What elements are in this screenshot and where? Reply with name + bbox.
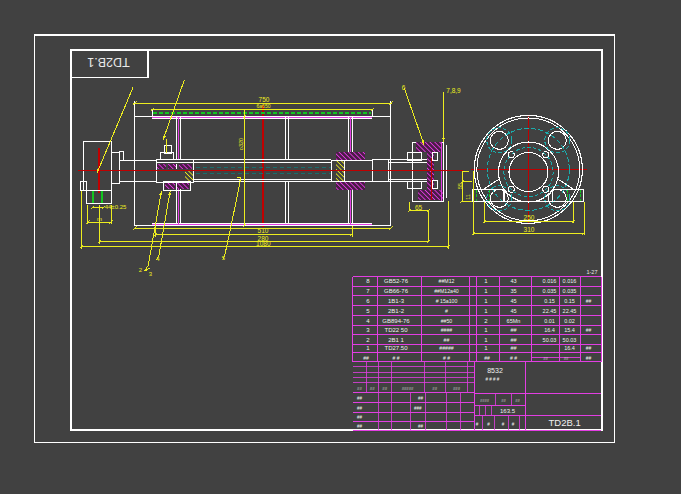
svg-text:1B1-3: 1B1-3	[388, 298, 405, 304]
svg-text:##: ##	[418, 424, 424, 429]
svg-text:##: ##	[586, 327, 592, 333]
svg-text:# #: # #	[443, 355, 450, 361]
svg-text:##: ##	[501, 398, 506, 403]
svg-text:7,8,9: 7,8,9	[446, 87, 461, 94]
svg-text:43: 43	[510, 278, 516, 284]
svg-text:##: ##	[510, 327, 517, 333]
svg-text:22.45: 22.45	[543, 308, 557, 314]
svg-text:####: ####	[441, 327, 453, 333]
svg-text:m: m	[97, 216, 102, 222]
svg-text:510: 510	[258, 227, 269, 234]
svg-text:##M12: ##M12	[439, 278, 455, 284]
svg-text:65Mn: 65Mn	[507, 318, 521, 324]
svg-text:750: 750	[259, 96, 270, 103]
svg-text:65: 65	[415, 204, 423, 211]
svg-text:0.02: 0.02	[564, 318, 575, 324]
svg-text:##: ##	[382, 386, 387, 391]
svg-text:TD2B.1: TD2B.1	[87, 55, 129, 69]
svg-text:##50: ##50	[441, 318, 453, 324]
svg-text:0.15: 0.15	[544, 298, 555, 304]
svg-text:45: 45	[510, 298, 516, 304]
svg-text:45: 45	[510, 308, 516, 314]
svg-text:1-27: 1-27	[586, 269, 597, 275]
svg-text:6: 6	[402, 84, 406, 91]
svg-text:8532: 8532	[487, 367, 503, 374]
svg-text:##: ##	[418, 396, 424, 401]
svg-text:##: ##	[432, 386, 437, 391]
svg-text:GB52-76: GB52-76	[384, 278, 409, 284]
svg-text:15.4: 15.4	[564, 327, 575, 333]
svg-text:###: ###	[414, 406, 422, 411]
svg-text:# 15a100: # 15a100	[436, 298, 458, 304]
svg-text:0.035: 0.035	[563, 288, 577, 294]
svg-text:##: ##	[484, 355, 490, 361]
svg-text:GB66-76: GB66-76	[384, 288, 409, 294]
svg-text:50.03: 50.03	[543, 337, 557, 343]
svg-text:##: ##	[586, 298, 592, 304]
svg-text:1080: 1080	[256, 240, 271, 247]
svg-text:TD27.50: TD27.50	[384, 345, 408, 351]
svg-text:11: 11	[465, 194, 471, 200]
svg-text:##: ##	[543, 356, 548, 361]
svg-text:# #: # #	[510, 355, 517, 361]
svg-text:# #: # #	[393, 355, 400, 361]
svg-text:TD2B.1: TD2B.1	[548, 417, 580, 428]
svg-text:0.016: 0.016	[543, 278, 557, 284]
svg-text:0.016: 0.016	[563, 278, 577, 284]
svg-text:##: ##	[510, 345, 517, 351]
svg-text:##: ##	[586, 355, 592, 361]
svg-text:55: 55	[457, 183, 463, 189]
svg-text:##: ##	[357, 406, 363, 411]
svg-text:#####: #####	[402, 386, 414, 391]
svg-text:22.45: 22.45	[563, 308, 577, 314]
svg-text:163.5: 163.5	[500, 408, 516, 414]
svg-text:44±0.25: 44±0.25	[105, 204, 127, 210]
svg-text:o320: o320	[238, 138, 244, 150]
svg-text:TD22 50: TD22 50	[384, 327, 408, 333]
svg-text:# # # #: # # # #	[486, 377, 500, 382]
svg-text:#####: #####	[439, 345, 454, 351]
svg-text:35: 35	[510, 288, 516, 294]
svg-text:#: #	[445, 308, 448, 314]
svg-text:6a650: 6a650	[257, 103, 271, 109]
svg-text:2B1-2: 2B1-2	[388, 308, 405, 314]
svg-text:16.4: 16.4	[544, 327, 555, 333]
svg-text:16.4: 16.4	[564, 345, 575, 351]
svg-text:###: ###	[453, 386, 461, 391]
svg-text:0.15: 0.15	[564, 298, 575, 304]
svg-text:50.03: 50.03	[563, 337, 577, 343]
svg-text:##: ##	[357, 424, 363, 429]
svg-text:310: 310	[524, 226, 535, 233]
svg-text:##: ##	[564, 356, 569, 361]
svg-text:GB894-76: GB894-76	[382, 318, 410, 324]
svg-text:##: ##	[444, 337, 450, 343]
svg-text:##: ##	[370, 386, 375, 391]
svg-text:####: ####	[480, 398, 490, 403]
svg-text:##: ##	[515, 398, 520, 403]
svg-text:##: ##	[357, 415, 363, 420]
svg-text:##M12a40: ##M12a40	[434, 288, 459, 294]
svg-text:##: ##	[357, 396, 363, 401]
svg-text:##: ##	[357, 386, 362, 391]
svg-text:0.01: 0.01	[544, 318, 555, 324]
svg-text:0.035: 0.035	[543, 288, 557, 294]
svg-text:2B1 1: 2B1 1	[388, 337, 404, 343]
svg-text:##: ##	[586, 345, 592, 351]
svg-text:##: ##	[510, 337, 517, 343]
svg-text:250: 250	[524, 214, 535, 221]
svg-text:##: ##	[363, 355, 369, 361]
